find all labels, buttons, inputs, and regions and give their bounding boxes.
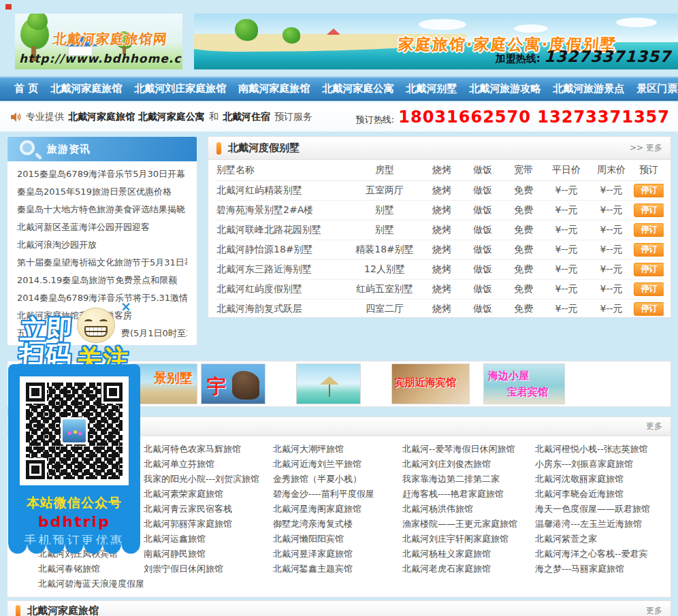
book-button[interactable]: 停订 — [634, 184, 664, 197]
book-button[interactable]: 停订 — [634, 282, 664, 296]
nav-family-hotel[interactable]: 北戴河家庭旅馆 — [44, 82, 128, 95]
hotel-link[interactable]: 北戴河昱泽家庭旅馆 — [273, 547, 402, 562]
grinning-face-emoji — [77, 308, 115, 343]
hotel-link[interactable]: 北戴河紫萱之家 — [535, 532, 665, 547]
hotels-more-link[interactable]: 更多 — [646, 421, 662, 432]
villa-name[interactable]: 北戴河东三路近海别墅 — [216, 259, 348, 279]
news-item[interactable]: 秦皇岛2015年519旅游日景区优惠价格 — [17, 183, 187, 201]
hotel-link[interactable]: 渔家楼院——王更元家庭旅馆 — [402, 517, 535, 532]
family-hotels-more-link[interactable]: 更多 — [646, 605, 662, 616]
hotel-link[interactable]: 我家的阳光小院---刘贺滨旅馆 — [144, 472, 273, 487]
villas-table-header-row: 别墅名称 房型 烧烤 做饭 宽带 平日价 周末价 预订 — [216, 160, 664, 180]
hotel-link[interactable]: 北戴河--爱琴海假日休闲旅馆 — [402, 442, 535, 457]
hotel-link[interactable]: 北戴河刘庄宇轩阁家庭旅馆 — [402, 532, 535, 547]
join-hotline: 加盟热线: 13273371357 — [496, 48, 671, 65]
hotel-link[interactable]: 北戴河青云家民宿客栈 — [144, 502, 273, 517]
logo-tree-icon — [27, 14, 48, 30]
hotel-link[interactable]: 北戴河杨桂义家庭旅馆 — [402, 547, 535, 562]
nav-attractions[interactable]: 北戴河旅游景点 — [547, 82, 630, 95]
hotel-link[interactable]: 北戴河运鑫旅馆 — [144, 532, 273, 547]
gallery-thumb-rock[interactable]: 宇 — [201, 363, 265, 404]
book-button[interactable]: 停订 — [634, 204, 664, 217]
villa-bbq: 烧烤 — [421, 180, 462, 200]
hotel-link[interactable]: 碧海金沙----苗利平度假屋 — [273, 487, 402, 502]
villa-name[interactable]: 北戴河海韵复式跃层 — [216, 299, 348, 319]
news-item[interactable]: 第十届秦皇望海祈福文化旅游节于5月31日举行 — [17, 254, 187, 272]
nav-home[interactable]: 首 页 — [8, 82, 44, 95]
villa-weekend-price: ¥--元 — [589, 279, 634, 299]
villa-name[interactable]: 北戴河红屿度假别墅 — [216, 279, 348, 299]
hotel-link[interactable]: 北戴河李晓会近海旅馆 — [535, 487, 665, 502]
hotel-link[interactable]: 御墅龙湾亲海复式楼 — [273, 517, 402, 532]
book-button[interactable]: 停订 — [634, 243, 664, 257]
hotel-link[interactable]: 北戴河素荣家庭旅馆 — [144, 487, 273, 502]
site-name: 北戴河家庭旅馆网 — [52, 30, 169, 48]
hotel-link[interactable]: 北戴河单立芬旅馆 — [144, 457, 273, 472]
news-item[interactable]: 秦皇岛十大地方特色旅游美食评选结果揭晓 — [17, 201, 187, 218]
news-item[interactable]: 2015秦皇岛6789海洋音乐节5月30日开幕 — [17, 165, 187, 183]
promo-banner[interactable]: 家庭旅馆·家庭公寓·度假别墅 加盟热线: 13273371357 — [194, 14, 678, 69]
nav-nandaihe-hotel[interactable]: 南戴河家庭旅馆 — [232, 82, 316, 95]
villa-name[interactable]: 北戴河联峰北路花园别墅 — [216, 220, 348, 240]
notice-keyword[interactable]: 北戴河家庭旅馆 北戴河家庭公寓 — [68, 111, 205, 123]
qr-card[interactable]: 本站微信公众号 bdhtrip 手机预订更优惠 — [8, 364, 140, 545]
villa-name[interactable]: 北戴河红屿精装别墅 — [216, 180, 348, 200]
hotel-link[interactable]: 温馨港湾---左玉兰近海旅馆 — [535, 517, 665, 532]
villa-name[interactable]: 北戴河静怡源18#别墅 — [216, 240, 348, 259]
hotels-column: 北戴河--爱琴海假日休闲旅馆 北戴河刘庄刘俊杰旅馆 我家靠海边第二排第二家 赶海… — [402, 442, 535, 591]
notice-mid: 和 — [209, 111, 219, 123]
nav-villa[interactable]: 北戴河别墅 — [400, 82, 463, 95]
hotel-link[interactable]: 小房东---刘振喜家庭旅馆 — [535, 457, 665, 472]
hotel-link[interactable]: 北戴河春铭旅馆 — [38, 562, 144, 577]
hotel-link[interactable]: 南戴河静民旅馆 — [144, 547, 273, 562]
villa-room-type: 精装18#别墅 — [348, 240, 421, 259]
hotel-link[interactable]: 北戴河橙悦小栈--张志英旅馆 — [535, 442, 665, 457]
book-button[interactable]: 停订 — [634, 302, 664, 316]
hotel-link[interactable]: 北戴河大潮坪旅馆 — [273, 442, 402, 457]
hotel-link[interactable]: 北戴河老虎石家庭旅馆 — [402, 562, 535, 577]
villa-room-type: 红屿五室别墅 — [348, 279, 421, 299]
hotel-link[interactable]: 北戴河近海刘兰平旅馆 — [273, 457, 402, 472]
hotel-link[interactable]: 北戴河刘庄刘俊杰旅馆 — [402, 457, 535, 472]
hotel-link[interactable]: 北戴河錾鑫主题宾馆 — [273, 562, 402, 577]
villa-row: 北戴河红屿度假别墅 红屿五室别墅 烧烤 做饭 免费 ¥--元 ¥--元 停订 — [216, 279, 664, 299]
hotel-link[interactable]: 北戴河碧海蓝天浪漫度假屋 — [38, 577, 144, 591]
col-header-room: 房型 — [348, 160, 421, 180]
hotel-link[interactable]: 北戴河沈敬丽家庭旅馆 — [535, 472, 665, 487]
parasol-icon — [320, 376, 339, 385]
news-item[interactable]: 北戴河新区圣蓝海洋公园开园迎客 — [17, 218, 187, 236]
hotel-link[interactable]: 刘崇宁假日休闲旅馆 — [144, 562, 273, 577]
hotel-link[interactable]: 北戴河海洋之心客栈--爱君宾 — [535, 547, 665, 562]
gallery-thumb-beach[interactable] — [296, 363, 361, 404]
hotel-link[interactable]: 金秀旅馆（半夏小栈） — [273, 472, 402, 487]
nav-liuzhuang-hotel[interactable]: 北戴河刘庄家庭旅馆 — [128, 82, 232, 95]
banner-cloud-art — [419, 19, 466, 30]
news-item[interactable]: 2014.5.19秦皇岛旅游节免费景点和限额 — [17, 272, 187, 289]
hotel-link[interactable]: 赶海客栈----艳君家庭旅馆 — [402, 487, 535, 502]
hotel-link[interactable]: 海之梦---马丽家庭旅馆 — [535, 562, 665, 577]
hotel-link[interactable]: 北戴河星海阁家庭旅馆 — [273, 502, 402, 517]
villa-room-type: 别墅 — [348, 220, 421, 240]
villa-bbq: 烧烤 — [421, 259, 462, 279]
notice-keyword[interactable]: 北戴河住宿 — [223, 111, 270, 123]
site-logo[interactable]: 北戴河家庭旅馆网 http://www.bdhhome.com — [15, 14, 182, 69]
villas-more-link[interactable]: >> 更多 — [630, 142, 662, 154]
nav-travel-guide[interactable]: 北戴河旅游攻略 — [463, 82, 547, 95]
news-item[interactable]: 2014秦皇岛6789海洋音乐节将于5.31激情上演 — [17, 289, 187, 307]
villa-name[interactable]: 碧海苑海景别墅2#A楼 — [216, 200, 348, 220]
nav-family-apartment[interactable]: 北戴河家庭公寓 — [316, 82, 400, 95]
gallery-thumb-binpeng-hotel[interactable]: 宾朋近海宾馆 — [391, 363, 470, 404]
news-item[interactable]: 北戴河浪淘沙园开放 — [17, 236, 187, 254]
hotel-link[interactable]: 海天一色度假屋——跃君旅馆 — [535, 502, 665, 517]
gallery-thumb-baojun-hotel[interactable]: 海边小屋 宝君宾馆 — [483, 363, 565, 404]
book-button[interactable]: 停订 — [634, 263, 664, 276]
hotel-link[interactable]: 北戴河杨洪伟旅馆 — [402, 502, 535, 517]
gallery-thumb-sea-view-villa[interactable]: 景别墅 — [131, 363, 197, 404]
hotel-link[interactable]: 北戴河郭丽萍家庭旅馆 — [144, 517, 273, 532]
hotel-link[interactable]: 我家靠海边第二排第二家 — [402, 472, 535, 487]
popup-close-icon[interactable]: × — [120, 300, 131, 313]
book-button[interactable]: 停订 — [634, 223, 664, 237]
hotel-link[interactable]: 北戴河特色农家马辉旅馆 — [144, 442, 273, 457]
nav-tickets[interactable]: 景区门票 — [630, 82, 678, 95]
hotel-link[interactable]: 北戴河懒阳阳宾馆 — [273, 532, 402, 547]
